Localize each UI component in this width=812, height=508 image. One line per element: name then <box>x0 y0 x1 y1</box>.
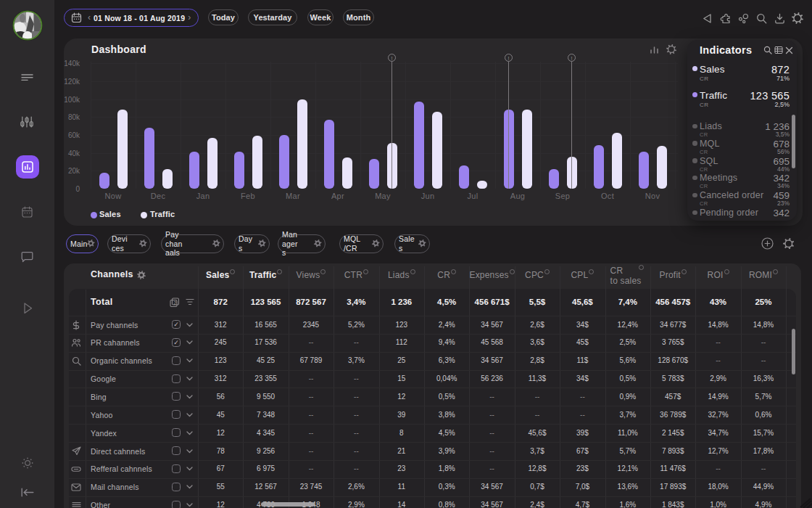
svg-text:2: 2 <box>174 300 177 306</box>
